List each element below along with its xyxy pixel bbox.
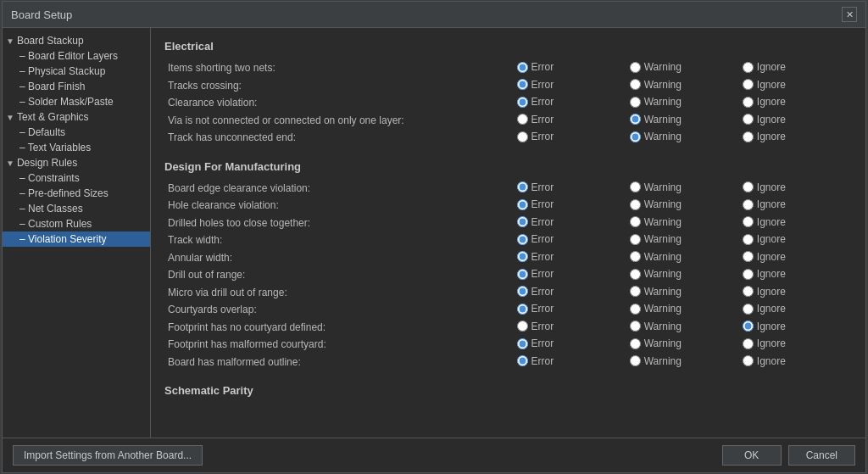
ignore-radio[interactable] <box>743 181 754 192</box>
ignore-radio[interactable] <box>743 286 754 297</box>
error-radio-label[interactable]: Error <box>517 268 554 280</box>
ignore-radio-label[interactable]: Ignore <box>743 251 786 263</box>
error-radio-label[interactable]: Error <box>517 286 554 298</box>
ignore-radio[interactable] <box>743 216 754 227</box>
sidebar-item-text-variables[interactable]: – Text Variables <box>3 140 150 155</box>
error-radio[interactable] <box>517 286 528 297</box>
error-radio[interactable] <box>517 269 528 280</box>
warning-radio-label[interactable]: Warning <box>630 355 682 367</box>
error-radio[interactable] <box>517 79 528 90</box>
error-radio-label[interactable]: Error <box>517 337 554 349</box>
error-radio[interactable] <box>517 62 528 73</box>
warning-radio-label[interactable]: Warning <box>630 61 682 73</box>
warning-radio[interactable] <box>630 338 641 349</box>
error-radio-label[interactable]: Error <box>517 303 554 315</box>
sidebar-item-violation-severity[interactable]: – Violation Severity <box>3 231 150 247</box>
ignore-radio[interactable] <box>743 79 754 90</box>
error-radio[interactable] <box>517 338 528 349</box>
error-radio-label[interactable]: Error <box>517 131 554 142</box>
sidebar-item-solder-mask-paste[interactable]: – Solder Mask/Paste <box>3 94 150 109</box>
sidebar-item-physical-stackup[interactable]: – Physical Stackup <box>3 64 150 79</box>
sidebar-item-text-graphics[interactable]: ▼Text & Graphics <box>3 109 150 125</box>
warning-radio[interactable] <box>630 79 641 90</box>
sidebar-item-custom-rules[interactable]: – Custom Rules <box>3 216 150 231</box>
error-radio-label[interactable]: Error <box>517 96 554 108</box>
error-radio-label[interactable]: Error <box>517 355 554 367</box>
ignore-radio[interactable] <box>743 269 754 280</box>
ignore-radio-label[interactable]: Ignore <box>743 61 786 73</box>
ignore-radio-label[interactable]: Ignore <box>743 233 786 245</box>
warning-radio-label[interactable]: Warning <box>630 303 682 315</box>
ignore-radio[interactable] <box>743 321 754 332</box>
warning-radio[interactable] <box>630 199 641 210</box>
ignore-radio[interactable] <box>743 234 754 245</box>
warning-radio[interactable] <box>630 269 641 280</box>
ignore-radio-label[interactable]: Ignore <box>743 303 786 315</box>
ok-button[interactable]: OK <box>722 445 782 466</box>
ignore-radio-label[interactable]: Ignore <box>743 286 786 298</box>
close-button[interactable]: ✕ <box>842 7 857 22</box>
ignore-radio-label[interactable]: Ignore <box>743 181 786 193</box>
warning-radio[interactable] <box>630 97 641 108</box>
ignore-radio[interactable] <box>743 355 754 366</box>
error-radio[interactable] <box>517 304 528 315</box>
ignore-radio[interactable] <box>743 338 754 349</box>
error-radio-label[interactable]: Error <box>517 233 554 245</box>
ignore-radio-label[interactable]: Ignore <box>743 337 786 349</box>
warning-radio-label[interactable]: Warning <box>630 114 682 125</box>
warning-radio-label[interactable]: Warning <box>630 198 682 210</box>
ignore-radio-label[interactable]: Ignore <box>743 198 786 210</box>
error-radio-label[interactable]: Error <box>517 61 554 73</box>
ignore-radio[interactable] <box>743 131 754 142</box>
warning-radio-label[interactable]: Warning <box>630 216 682 228</box>
warning-radio-label[interactable]: Warning <box>630 96 682 108</box>
warning-radio[interactable] <box>630 216 641 227</box>
error-radio[interactable] <box>517 321 528 332</box>
import-settings-button[interactable]: Import Settings from Another Board... <box>13 445 203 466</box>
error-radio-label[interactable]: Error <box>517 79 554 91</box>
error-radio[interactable] <box>517 216 528 227</box>
warning-radio-label[interactable]: Warning <box>630 233 682 245</box>
ignore-radio[interactable] <box>743 304 754 315</box>
error-radio-label[interactable]: Error <box>517 251 554 263</box>
error-radio-label[interactable]: Error <box>517 114 554 125</box>
warning-radio-label[interactable]: Warning <box>630 131 682 142</box>
error-radio[interactable] <box>517 234 528 245</box>
warning-radio[interactable] <box>630 286 641 297</box>
sidebar-item-board-stackup[interactable]: ▼Board Stackup <box>3 33 150 48</box>
error-radio[interactable] <box>517 199 528 210</box>
ignore-radio[interactable] <box>743 62 754 73</box>
sidebar-item-design-rules[interactable]: ▼Design Rules <box>3 155 150 170</box>
ignore-radio-label[interactable]: Ignore <box>743 96 786 108</box>
warning-radio[interactable] <box>630 181 641 192</box>
warning-radio[interactable] <box>630 114 641 125</box>
warning-radio-label[interactable]: Warning <box>630 321 682 332</box>
error-radio[interactable] <box>517 355 528 366</box>
sidebar-item-pre-defined-sizes[interactable]: – Pre-defined Sizes <box>3 186 150 201</box>
error-radio[interactable] <box>517 251 528 262</box>
warning-radio[interactable] <box>630 251 641 262</box>
sidebar-item-defaults[interactable]: – Defaults <box>3 125 150 140</box>
warning-radio-label[interactable]: Warning <box>630 79 682 91</box>
warning-radio-label[interactable]: Warning <box>630 268 682 280</box>
warning-radio[interactable] <box>630 304 641 315</box>
error-radio-label[interactable]: Error <box>517 198 554 210</box>
error-radio-label[interactable]: Error <box>517 216 554 228</box>
error-radio-label[interactable]: Error <box>517 181 554 193</box>
ignore-radio[interactable] <box>743 114 754 125</box>
ignore-radio-label[interactable]: Ignore <box>743 268 786 280</box>
ignore-radio[interactable] <box>743 251 754 262</box>
warning-radio-label[interactable]: Warning <box>630 251 682 263</box>
warning-radio[interactable] <box>630 131 641 142</box>
ignore-radio[interactable] <box>743 97 754 108</box>
ignore-radio-label[interactable]: Ignore <box>743 131 786 142</box>
sidebar-item-net-classes[interactable]: – Net Classes <box>3 201 150 216</box>
warning-radio[interactable] <box>630 234 641 245</box>
warning-radio[interactable] <box>630 355 641 366</box>
cancel-button[interactable]: Cancel <box>788 445 855 466</box>
ignore-radio-label[interactable]: Ignore <box>743 216 786 228</box>
sidebar-item-board-finish[interactable]: – Board Finish <box>3 79 150 94</box>
warning-radio[interactable] <box>630 62 641 73</box>
ignore-radio-label[interactable]: Ignore <box>743 79 786 91</box>
sidebar-item-constraints[interactable]: – Constraints <box>3 170 150 186</box>
